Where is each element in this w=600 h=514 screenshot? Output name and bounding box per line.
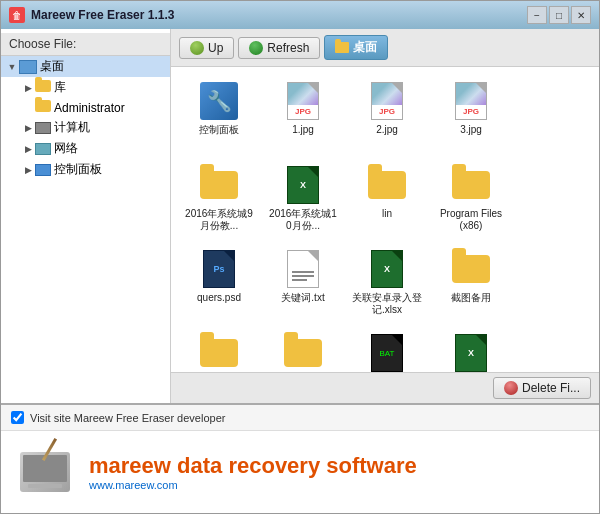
xlsx-icon: X	[287, 166, 319, 204]
maximize-button[interactable]: □	[549, 6, 569, 24]
file-item[interactable]: X 2016年系统城10月份...	[263, 159, 343, 239]
sidebar-item-library[interactable]: ▶ 库	[1, 77, 170, 98]
file-item[interactable]: 截图备用	[431, 243, 511, 323]
file-item[interactable]: BAT 清理工作垃圾.bat	[347, 327, 427, 372]
psd-icon: Ps	[203, 250, 235, 288]
bottom-bar: Delete Fi...	[171, 372, 599, 403]
folder-file-icon	[452, 255, 490, 283]
ad-text: mareew data recovery software www.mareew…	[89, 453, 583, 491]
ad-brand: mareew data recovery software	[89, 453, 583, 479]
network-icon	[35, 143, 51, 155]
file-item[interactable]: lin	[347, 159, 427, 239]
app-icon: 🗑	[9, 7, 25, 23]
up-button[interactable]: Up	[179, 37, 234, 59]
file-thumb: Ps	[199, 249, 239, 289]
location-text: 桌面	[353, 39, 377, 56]
app-window: 🗑 Mareew Free Eraser 1.1.3 − □ ✕ Choose …	[0, 0, 600, 514]
file-item[interactable]: 关键词.txt	[263, 243, 343, 323]
tree-toggle[interactable]: ▼	[5, 60, 19, 74]
file-item[interactable]: 2016年系统城9月份教...	[179, 159, 259, 239]
file-thumb: JPG	[451, 81, 491, 121]
sidebar-label: 网络	[54, 140, 78, 157]
folder-file-icon	[200, 339, 238, 367]
jpg-icon: JPG	[371, 82, 403, 120]
file-item[interactable]: 🔧 控制面板	[179, 75, 259, 155]
file-thumb: JPG	[283, 81, 323, 121]
sidebar-label: 控制面板	[54, 161, 102, 178]
window-title: Mareew Free Eraser 1.1.3	[31, 8, 527, 22]
file-item[interactable]: X 顾荣生2016年8月登...	[431, 327, 511, 372]
file-label: 3.jpg	[460, 124, 482, 136]
sidebar-item-network[interactable]: ▶ 网络	[1, 138, 170, 159]
file-item[interactable]: 临时下载	[263, 327, 343, 372]
main-panel: Up Refresh 桌面 🔧 控制面板 JPG 1.jpg JPG 2.jpg…	[171, 29, 599, 403]
folder-file-icon	[368, 171, 406, 199]
ad-brush-icon	[42, 438, 57, 461]
delete-button[interactable]: Delete Fi...	[493, 377, 591, 399]
delete-icon	[504, 381, 518, 395]
visit-site-label: Visit site Mareew Free Eraser developer	[30, 412, 225, 424]
sidebar-item-computer[interactable]: ▶ 计算机	[1, 117, 170, 138]
jpg-icon: JPG	[455, 82, 487, 120]
toolbar: Up Refresh 桌面	[171, 29, 599, 67]
file-thumb: 🔧	[199, 81, 239, 121]
location-bar: 桌面	[324, 35, 388, 60]
file-item[interactable]: Ps quers.psd	[179, 243, 259, 323]
refresh-button[interactable]: Refresh	[238, 37, 320, 59]
ad-brand-colored: data recovery software	[171, 453, 417, 478]
folder-icon	[35, 80, 51, 95]
refresh-label: Refresh	[267, 41, 309, 55]
xlsx-icon: X	[455, 334, 487, 372]
desktop-icon	[19, 60, 37, 74]
file-thumb	[283, 249, 323, 289]
file-thumb	[451, 249, 491, 289]
file-thumb	[451, 165, 491, 205]
visit-site-checkbox[interactable]	[11, 411, 24, 424]
file-label: 1.jpg	[292, 124, 314, 136]
tree-toggle[interactable]: ▶	[21, 163, 35, 177]
up-icon	[190, 41, 204, 55]
ad-url[interactable]: www.mareew.com	[89, 479, 583, 491]
location-folder-icon	[335, 42, 349, 53]
jpg-icon: JPG	[287, 82, 319, 120]
computer-icon	[35, 122, 51, 134]
delete-label: Delete Fi...	[522, 381, 580, 395]
close-button[interactable]: ✕	[571, 6, 591, 24]
sidebar-item-desktop[interactable]: ▼ 桌面	[1, 56, 170, 77]
sidebar-item-administrator[interactable]: Administrator	[1, 98, 170, 117]
refresh-icon	[249, 41, 263, 55]
tree-toggle[interactable]: ▶	[21, 142, 35, 156]
file-label: 2016年系统城10月份...	[267, 208, 339, 232]
file-thumb: BAT	[367, 333, 407, 372]
file-item[interactable]: JPG 2.jpg	[347, 75, 427, 155]
file-label: 2.jpg	[376, 124, 398, 136]
footer-ad: mareew data recovery software www.mareew…	[1, 430, 599, 513]
file-label: 关键词.txt	[281, 292, 324, 304]
up-label: Up	[208, 41, 223, 55]
bat-icon: BAT	[371, 334, 403, 372]
sidebar-label: Administrator	[54, 101, 125, 115]
tree-toggle[interactable]: ▶	[21, 81, 35, 95]
file-item[interactable]: JPG 3.jpg	[431, 75, 511, 155]
file-item[interactable]: JPG 1.jpg	[263, 75, 343, 155]
file-label: 控制面板	[199, 124, 239, 136]
file-item[interactable]: 临时文档	[179, 327, 259, 372]
file-thumb	[199, 333, 239, 372]
txt-icon	[287, 250, 319, 288]
ad-disk-icon	[20, 452, 70, 492]
folder-file-icon	[452, 171, 490, 199]
folder-icon	[35, 100, 51, 115]
sidebar-item-control-panel[interactable]: ▶ 控制面板	[1, 159, 170, 180]
ad-icon-area	[17, 444, 73, 500]
file-item[interactable]: Program Files (x86)	[431, 159, 511, 239]
window-controls: − □ ✕	[527, 6, 591, 24]
minimize-button[interactable]: −	[527, 6, 547, 24]
sidebar-label: 库	[54, 79, 66, 96]
file-label: Program Files (x86)	[435, 208, 507, 232]
tree-toggle[interactable]: ▶	[21, 121, 35, 135]
tree-toggle	[21, 101, 35, 115]
file-item[interactable]: X 关联安卓录入登记.xlsx	[347, 243, 427, 323]
file-grid: 🔧 控制面板 JPG 1.jpg JPG 2.jpg JPG 3.jpg 201…	[171, 67, 599, 372]
file-label: 截图备用	[451, 292, 491, 304]
sidebar-title: Choose File:	[1, 33, 170, 56]
